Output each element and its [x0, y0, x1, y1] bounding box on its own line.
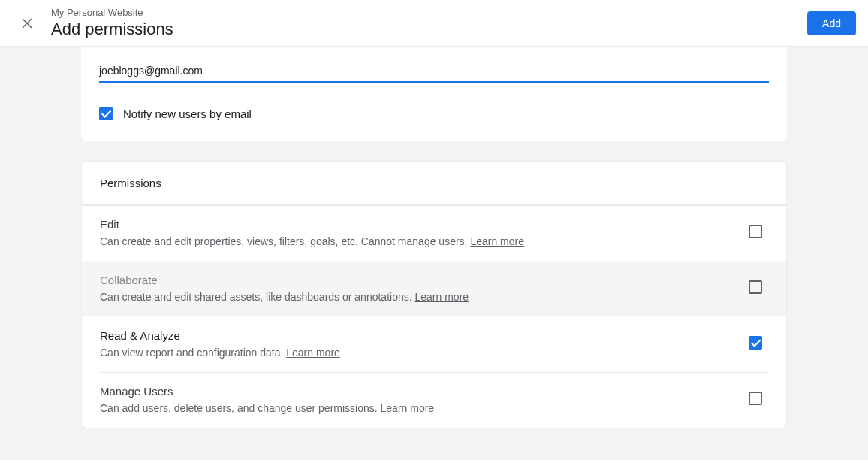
permission-desc: Can add users, delete users, and change … [100, 402, 737, 414]
email-card: Notify new users by email [81, 47, 787, 141]
permission-desc: Can view report and configuration data. … [100, 347, 737, 359]
header-bar: My Personal Website Add permissions Add [0, 0, 868, 47]
permission-checkbox-wrap [749, 336, 768, 352]
learn-more-link[interactable]: Learn more [414, 291, 469, 303]
permission-desc-text: Can view report and configuration data. [100, 347, 286, 359]
permission-text: Manage Users Can add users, delete users… [100, 385, 737, 414]
header-subtitle: My Personal Website [51, 7, 807, 20]
permission-title: Manage Users [100, 385, 737, 398]
learn-more-link[interactable]: Learn more [470, 235, 524, 247]
learn-more-link[interactable]: Learn more [381, 402, 435, 414]
permission-row-collaborate[interactable]: Collaborate Can create and edit shared a… [82, 261, 786, 316]
permission-checkbox-wrap [749, 225, 768, 241]
permission-checkbox-read-analyze[interactable] [749, 336, 762, 350]
add-button[interactable]: Add [807, 11, 856, 35]
page-title: Add permissions [51, 20, 807, 39]
permission-desc-text: Can add users, delete users, and change … [100, 402, 381, 414]
notify-row: Notify new users by email [99, 107, 769, 120]
permission-title: Edit [100, 218, 737, 231]
permission-checkbox-wrap [749, 392, 768, 407]
permission-desc: Can create and edit properties, views, f… [100, 235, 737, 247]
permission-desc-text: Can create and edit properties, views, f… [100, 235, 470, 247]
permission-checkbox-wrap [749, 280, 768, 296]
permission-row-read-analyze[interactable]: Read & Analyze Can view report and confi… [82, 316, 786, 372]
permissions-card: Permissions Edit Can create and edit pro… [81, 161, 787, 428]
content-area: Notify new users by email Permissions Ed… [81, 47, 787, 428]
permission-text: Collaborate Can create and edit shared a… [100, 274, 737, 303]
learn-more-link[interactable]: Learn more [286, 347, 340, 359]
notify-label: Notify new users by email [123, 107, 252, 120]
permissions-list: Edit Can create and edit properties, vie… [82, 205, 786, 428]
permission-desc-text: Can create and edit shared assets, like … [100, 291, 414, 303]
permission-title: Collaborate [100, 274, 737, 286]
permission-row-edit[interactable]: Edit Can create and edit properties, vie… [82, 206, 786, 261]
permission-text: Edit Can create and edit properties, vie… [100, 218, 737, 247]
permission-title: Read & Analyze [100, 329, 737, 342]
permission-text: Read & Analyze Can view report and confi… [100, 329, 737, 359]
permission-checkbox-edit[interactable] [749, 225, 762, 238]
permissions-section-title: Permissions [82, 162, 786, 205]
permission-checkbox-collaborate[interactable] [749, 280, 762, 294]
notify-checkbox[interactable] [99, 107, 113, 120]
email-input[interactable] [99, 62, 769, 83]
permission-row-manage-users[interactable]: Manage Users Can add users, delete users… [82, 373, 786, 428]
permission-checkbox-manage-users[interactable] [749, 392, 762, 405]
header-titles: My Personal Website Add permissions [51, 7, 807, 39]
permission-desc: Can create and edit shared assets, like … [100, 291, 737, 303]
close-icon [20, 17, 34, 30]
close-button[interactable] [12, 8, 42, 38]
